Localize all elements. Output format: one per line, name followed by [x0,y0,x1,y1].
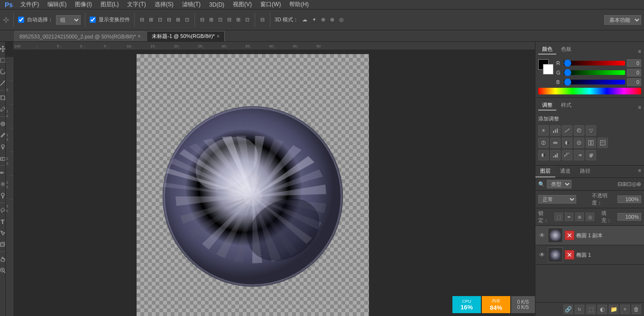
adj-curves[interactable] [562,125,572,136]
align-top-icon[interactable]: ⊟ [166,16,172,24]
menu-select[interactable]: 选择(S) [151,0,177,9]
layer-1-visibility-toggle[interactable]: 👁 [538,251,546,259]
layer-0-effect-indicator[interactable]: ✕ [565,231,574,240]
adj-invert[interactable] [538,150,549,160]
align-left-icon[interactable]: ⊟ [139,16,145,24]
layer-0-visibility-toggle[interactable]: 👁 [538,232,546,239]
menu-edit[interactable]: 编辑(E) [44,0,70,9]
layer-filter-type-select[interactable]: 类型 [547,180,571,188]
tab-layers[interactable]: 图层 [535,166,555,177]
workspace-select[interactable]: 基本功能 [604,15,641,25]
menu-help[interactable]: 帮助(H) [285,0,313,9]
adj-channel-mixer[interactable] [586,138,596,148]
green-value[interactable]: 0 [627,69,641,76]
tool-pen[interactable] [0,205,6,215]
layer-item-1[interactable]: 👁 ✕ 椭圆 1 [535,245,644,265]
distribute-center-v-icon[interactable]: ⊞ [235,16,241,24]
show-transform-checkbox[interactable] [90,17,96,23]
adj-gradient-map[interactable] [574,150,584,160]
layers-panel-options[interactable]: ≡ [635,166,644,177]
menu-window[interactable]: 窗口(W) [257,0,285,9]
adj-color-lookup[interactable] [598,138,608,148]
adj-hue-sat[interactable] [538,138,549,148]
tab-document-2[interactable]: 未标题-1 @ 50%(RGB/8#)* × [147,31,225,41]
menu-filter[interactable]: 滤镜(T) [178,0,204,9]
auto-select-checkbox[interactable] [18,17,24,23]
tab-document-2-close[interactable]: × [217,34,220,39]
layer-link-icon[interactable]: 🔗 [563,305,573,314]
green-slider[interactable] [564,70,625,75]
tab-styles[interactable]: 样式 [557,101,575,111]
adj-panel-options[interactable]: ≡ [638,104,641,110]
adj-photo-filter[interactable] [574,138,584,148]
tool-eyedropper[interactable] [0,104,6,114]
tool-zoom[interactable] [0,265,6,276]
tab-color[interactable]: 颜色 [538,45,556,55]
move-tool-icon[interactable]: ⊹ [3,15,9,24]
adj-posterize[interactable] [550,150,561,160]
tab-adjustments[interactable]: 调整 [538,101,556,111]
layer-item-0[interactable]: 👁 ✕ 椭圆 1 副本 [535,226,644,245]
tool-gradient[interactable] [0,167,6,178]
3d-icon-5[interactable]: ◎ [338,16,345,24]
background-swatch[interactable] [543,64,553,74]
tab-channels[interactable]: 通道 [555,166,575,177]
fill-input[interactable]: 100% [617,213,641,221]
distribute-left-icon[interactable]: ⊟ [199,16,205,24]
tool-hand[interactable] [0,254,6,264]
tool-dodge[interactable] [0,190,6,201]
tool-magic-wand[interactable] [0,78,6,88]
tool-crop[interactable] [0,93,6,103]
menu-layer[interactable]: 图层(L) [97,0,123,9]
adj-black-white[interactable] [562,138,572,148]
menu-type[interactable]: 文字(T) [123,0,149,9]
menu-view[interactable]: 视图(V) [229,0,256,9]
tool-spot-heal[interactable] [0,119,6,129]
red-value[interactable]: 0 [627,59,641,67]
tab-document-1[interactable]: 8952533_002124215000_2.psd @ 50%(RGB/8#)… [14,31,146,41]
layer-new-icon[interactable]: + [620,305,630,314]
adj-selective-color[interactable] [586,150,596,160]
adj-levels[interactable] [550,125,561,136]
red-slider[interactable] [564,61,625,65]
color-panel-options[interactable]: ≡ [638,48,641,54]
3d-icon-1[interactable]: ☁ [301,16,308,24]
tab-document-1-close[interactable]: × [138,34,140,39]
tool-clone[interactable] [0,141,6,152]
distribute-right-icon[interactable]: ⊡ [217,16,223,24]
tool-brush[interactable] [0,130,6,140]
tool-move[interactable] [0,44,6,54]
3d-icon-4[interactable]: ⊗ [329,16,335,24]
layer-adj-icon[interactable]: ◐ [598,305,607,314]
tool-type[interactable]: T [0,216,6,227]
arrange-icon[interactable]: ⊟ [259,16,266,24]
adj-color-balance[interactable] [550,138,561,148]
menu-file[interactable]: 文件(F) [17,0,43,9]
layer-group-icon[interactable]: 📁 [609,305,618,314]
align-right-icon[interactable]: ⊡ [157,16,163,24]
tool-blur[interactable] [0,179,6,189]
blend-mode-select[interactable]: 正常 [538,195,576,204]
layer-mask-icon[interactable]: ⬚ [586,305,596,314]
lock-pixels-icon[interactable]: ⬚ [554,213,563,221]
blue-slider[interactable] [564,80,625,84]
distribute-top-icon[interactable]: ⊟ [226,16,232,24]
blue-value[interactable]: 0 [627,78,641,86]
lock-all-icon[interactable]: ⊕ [575,213,584,221]
align-center-v-icon[interactable]: ⊞ [175,16,181,24]
menu-3d[interactable]: 3D(D) [205,0,228,9]
3d-icon-3[interactable]: ⊕ [320,16,326,24]
adj-exposure[interactable] [574,125,584,136]
layer-delete-icon[interactable]: 🗑 [632,305,641,314]
adj-brightness[interactable]: ☀ [538,125,549,136]
tool-eraser[interactable] [0,153,6,163]
adj-threshold[interactable] [562,150,572,160]
align-center-h-icon[interactable]: ⊞ [148,16,154,24]
distribute-bottom-icon[interactable]: ⊡ [244,16,250,24]
lock-art-boards-icon[interactable]: ◎ [586,213,594,221]
tool-path-select[interactable] [0,228,6,238]
lock-position-icon[interactable]: ✒ [565,213,573,221]
layer-1-effect-indicator[interactable]: ✕ [565,250,574,260]
auto-select-dropdown[interactable]: 组 图层 [56,15,81,25]
tool-rect-select[interactable] [0,55,6,65]
